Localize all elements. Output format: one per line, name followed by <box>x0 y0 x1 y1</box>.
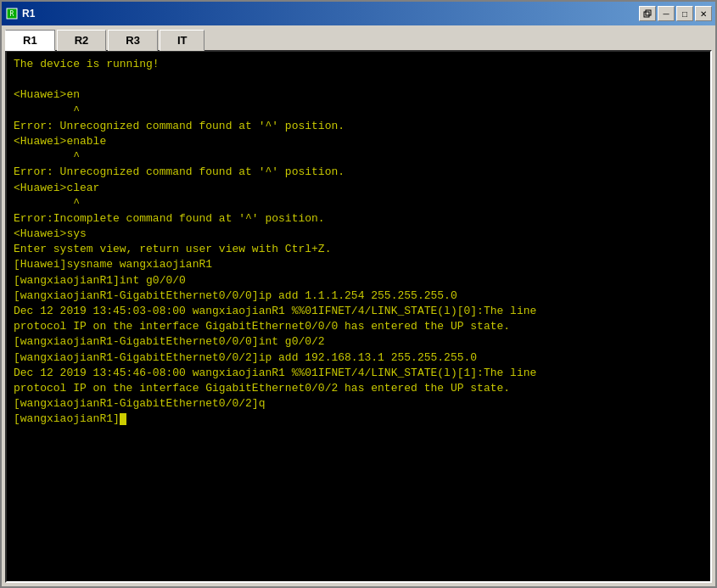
terminal-cursor <box>120 413 126 425</box>
terminal-output: The device is running! <Huawei>en ^ Erro… <box>14 57 703 428</box>
main-window: R R1 ─ □ ✕ R1 <box>0 0 717 588</box>
window-title: R1 <box>22 8 35 20</box>
terminal-area[interactable]: The device is running! <Huawei>en ^ Erro… <box>5 50 712 583</box>
window-controls: ─ □ ✕ <box>639 6 712 21</box>
maximize-button[interactable]: □ <box>676 6 693 21</box>
svg-rect-2 <box>644 12 649 17</box>
tab-R2[interactable]: R2 <box>57 30 107 51</box>
minimize-button[interactable]: ─ <box>658 6 675 21</box>
svg-rect-3 <box>646 10 651 15</box>
tab-R1[interactable]: R1 <box>5 30 55 51</box>
title-bar-left: R R1 <box>5 7 35 20</box>
tab-IT[interactable]: IT <box>160 30 205 51</box>
svg-text:R: R <box>10 10 14 18</box>
close-button[interactable]: ✕ <box>695 6 712 21</box>
app-icon: R <box>5 7 19 20</box>
restore-button[interactable] <box>639 6 656 21</box>
tab-R3[interactable]: R3 <box>108 30 158 51</box>
title-bar: R R1 ─ □ ✕ <box>2 2 715 25</box>
tab-bar: R1 R2 R3 IT <box>2 25 715 50</box>
